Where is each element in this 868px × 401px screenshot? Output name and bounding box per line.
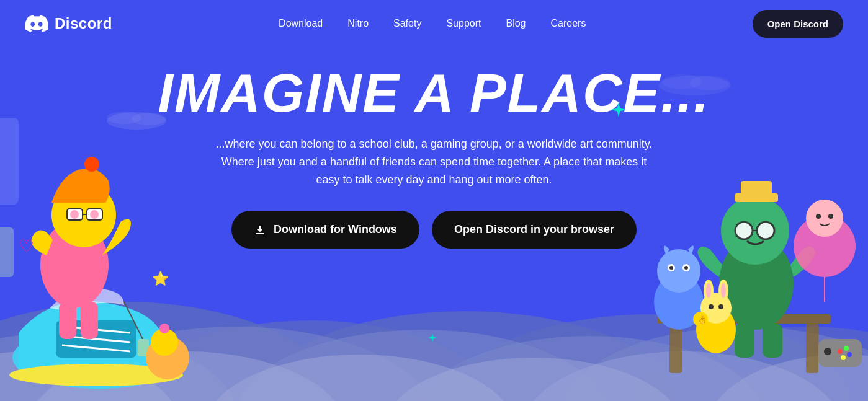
svg-rect-55 [735, 324, 754, 358]
logo[interactable]: Discord [25, 15, 112, 32]
svg-point-58 [806, 200, 843, 237]
brand-name: Discord [55, 15, 112, 32]
page-wrapper: ♡ ⭐ [0, 0, 868, 401]
hero-subtitle: ...where you can belong to a school club… [211, 135, 658, 188]
svg-rect-50 [735, 193, 778, 202]
svg-rect-56 [763, 324, 782, 358]
nav-link-nitro[interactable]: Nitro [347, 18, 369, 29]
character-left-illustration: ♡ ⭐ [0, 73, 223, 401]
nav-link-safety[interactable]: Safety [393, 18, 421, 29]
svg-text:⭐: ⭐ [152, 270, 169, 287]
nav-link-download[interactable]: Download [279, 18, 323, 29]
hero-buttons: Download for Windows Open Discord in you… [231, 211, 637, 249]
nav-link-careers[interactable]: Careers [550, 18, 586, 29]
open-browser-button[interactable]: Open Discord in your browser [432, 211, 637, 249]
svg-point-53 [757, 222, 774, 239]
svg-point-66 [669, 266, 673, 270]
svg-point-36 [90, 210, 99, 219]
svg-point-35 [70, 210, 79, 219]
svg-rect-47 [806, 324, 818, 373]
svg-point-67 [684, 266, 688, 270]
svg-point-71 [844, 346, 849, 351]
svg-point-78 [706, 283, 711, 298]
svg-point-69 [824, 348, 831, 355]
svg-rect-46 [669, 324, 682, 373]
nav-link-support[interactable]: Support [446, 18, 481, 29]
svg-text:👌: 👌 [697, 314, 708, 325]
download-icon [254, 224, 266, 236]
svg-point-61 [828, 214, 833, 219]
svg-rect-39 [81, 302, 98, 339]
navbar: Discord Download Nitro Safety Support Bl… [0, 0, 868, 47]
svg-point-52 [735, 222, 753, 239]
svg-point-81 [718, 304, 723, 309]
svg-point-60 [816, 214, 821, 219]
svg-point-44 [159, 324, 169, 333]
download-windows-button[interactable]: Download for Windows [231, 211, 419, 249]
svg-rect-38 [59, 302, 76, 339]
svg-text:♡: ♡ [19, 237, 34, 256]
open-discord-button[interactable]: Open Discord [753, 10, 843, 38]
svg-rect-51 [741, 181, 772, 195]
svg-point-73 [841, 355, 846, 360]
svg-point-37 [84, 157, 99, 172]
svg-point-79 [721, 283, 726, 298]
svg-point-63 [657, 249, 700, 293]
download-windows-label: Download for Windows [274, 223, 397, 236]
svg-point-70 [838, 349, 843, 354]
character-right-illustration: 👌 [620, 73, 868, 401]
svg-point-80 [709, 304, 714, 309]
svg-point-72 [847, 352, 852, 357]
nav-links: Download Nitro Safety Support Blog Caree… [279, 18, 586, 29]
nav-link-blog[interactable]: Blog [506, 18, 526, 29]
discord-logo-icon [25, 15, 48, 32]
